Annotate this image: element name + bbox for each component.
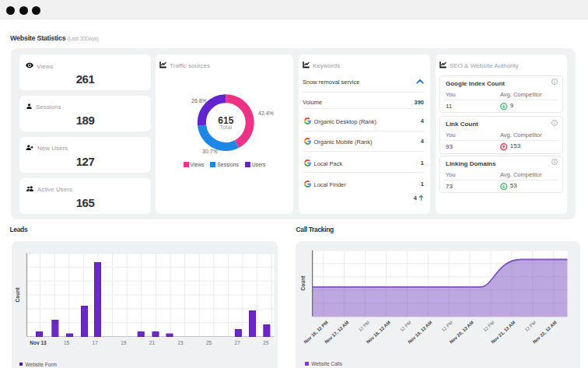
- svg-text:12 PM: 12 PM: [524, 320, 537, 332]
- svg-text:Nov 13: Nov 13: [30, 340, 47, 345]
- svg-text:12 PM: 12 PM: [482, 320, 495, 332]
- svg-text:17: 17: [93, 340, 99, 345]
- svg-text:12 PM: 12 PM: [358, 320, 371, 332]
- svg-text:25: 25: [206, 340, 212, 345]
- svg-text:27: 27: [235, 340, 241, 345]
- svg-text:29: 29: [263, 340, 269, 345]
- svg-text:12 PM: 12 PM: [441, 320, 454, 332]
- svg-text:Total: Total: [219, 124, 232, 131]
- svg-text:23: 23: [177, 340, 184, 345]
- svg-text:12 PM: 12 PM: [399, 320, 412, 332]
- svg-text:21: 21: [149, 340, 156, 345]
- svg-text:15: 15: [64, 340, 70, 345]
- svg-text:Count: Count: [300, 275, 306, 291]
- svg-text:19: 19: [121, 340, 127, 345]
- svg-text:Count: Count: [15, 287, 20, 303]
